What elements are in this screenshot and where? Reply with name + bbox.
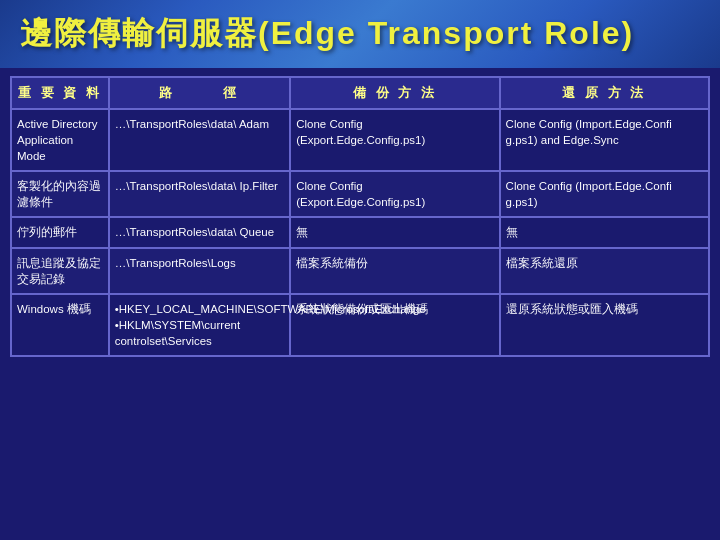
- cell-r0-c2: Clone Config (Export.Edge.Config.ps1): [290, 109, 499, 171]
- cell-r2-c1: …\TransportRoles\data\ Queue: [109, 217, 290, 247]
- header-col1: 重 要 資 料: [11, 77, 109, 109]
- title-bar: 邊際傳輸伺服器(Edge Transport Role): [0, 0, 720, 68]
- table-row: 佇列的郵件…\TransportRoles\data\ Queue無無: [11, 217, 709, 247]
- cell-r3-c2: 檔案系統備份: [290, 248, 499, 294]
- cell-r3-c3: 檔案系統還原: [500, 248, 709, 294]
- table-row: 訊息追蹤及協定交易記錄…\TransportRoles\Logs檔案系統備份檔案…: [11, 248, 709, 294]
- table-row: Windows 機碼•HKEY_LOCAL_MACHINE\SOFTWARE\M…: [11, 294, 709, 356]
- cell-r1-c0: 客製化的內容過濾條件: [11, 171, 109, 217]
- cell-r3-c1: …\TransportRoles\Logs: [109, 248, 290, 294]
- cell-r1-c1: …\TransportRoles\data\ Ip.Filter: [109, 171, 290, 217]
- header-col2: 路 徑: [109, 77, 290, 109]
- table-container: 重 要 資 料 路 徑 備 份 方 法 還 原 方 法 Active Direc…: [0, 68, 720, 365]
- data-table: 重 要 資 料 路 徑 備 份 方 法 還 原 方 法 Active Direc…: [10, 76, 710, 357]
- cell-r0-c0: Active Directory Application Mode: [11, 109, 109, 171]
- cell-r0-c1: …\TransportRoles\data\ Adam: [109, 109, 290, 171]
- page-title: 邊際傳輸伺服器(Edge Transport Role): [20, 12, 634, 56]
- cell-r1-c3: Clone Config (Import.Edge.Confi g.ps1): [500, 171, 709, 217]
- cell-r4-c2: 系統狀態備份或匯出機碼: [290, 294, 499, 356]
- cell-r2-c0: 佇列的郵件: [11, 217, 109, 247]
- cell-r0-c3: Clone Config (Import.Edge.Confi g.ps1) a…: [500, 109, 709, 171]
- header-col4: 還 原 方 法: [500, 77, 709, 109]
- cell-r4-c1: •HKEY_LOCAL_MACHINE\SOFTWARE\Microsoft\E…: [109, 294, 290, 356]
- cell-r4-c3: 還原系統狀態或匯入機碼: [500, 294, 709, 356]
- table-row: 客製化的內容過濾條件…\TransportRoles\data\ Ip.Filt…: [11, 171, 709, 217]
- cell-r2-c2: 無: [290, 217, 499, 247]
- cell-r4-c0: Windows 機碼: [11, 294, 109, 356]
- cell-r1-c2: Clone Config (Export.Edge.Config.ps1): [290, 171, 499, 217]
- cell-r2-c3: 無: [500, 217, 709, 247]
- table-row: Active Directory Application Mode…\Trans…: [11, 109, 709, 171]
- table-header-row: 重 要 資 料 路 徑 備 份 方 法 還 原 方 法: [11, 77, 709, 109]
- header-col3: 備 份 方 法: [290, 77, 499, 109]
- cell-r3-c0: 訊息追蹤及協定交易記錄: [11, 248, 109, 294]
